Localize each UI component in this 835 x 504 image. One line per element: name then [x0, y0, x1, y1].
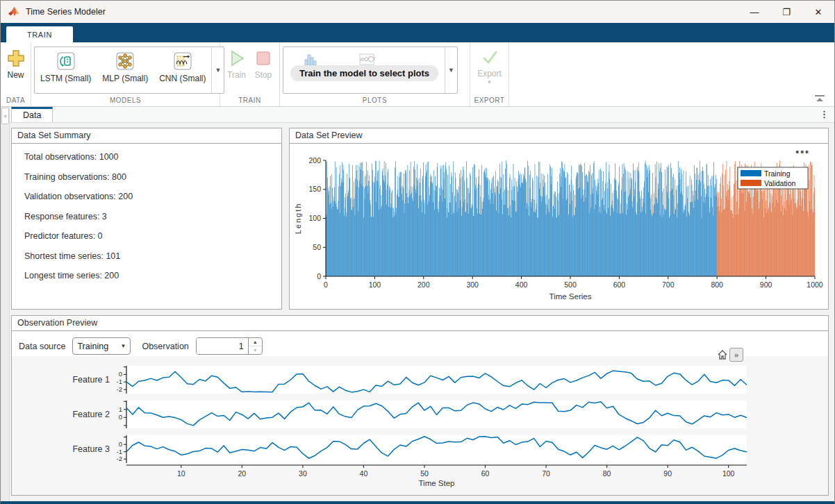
section-label-models: MODELS	[31, 95, 220, 106]
svg-text:20: 20	[238, 469, 246, 478]
window-title: Time Series Modeler	[26, 7, 106, 17]
svg-text:-1: -1	[117, 378, 122, 385]
model-item-label: MLP (Small)	[102, 74, 148, 83]
svg-text:30: 30	[299, 469, 307, 478]
svg-text:80: 80	[603, 469, 611, 478]
train-button-label: Train	[227, 70, 246, 80]
svg-text:1: 1	[119, 405, 122, 413]
observation-panel-title: Observation Preview	[12, 316, 828, 331]
svg-text:-1: -1	[117, 448, 122, 455]
svg-text:1000: 1000	[807, 280, 823, 289]
stop-button-label: Stop	[255, 70, 272, 80]
section-label-export: EXPORT	[470, 95, 509, 106]
svg-text:0: 0	[324, 280, 328, 289]
title-bar: Time Series Modeler — ❐ ✕	[1, 1, 834, 23]
svg-text:0: 0	[119, 413, 122, 421]
summary-item: Predictor features: 0	[24, 231, 281, 241]
model-item-label: CNN (Small)	[159, 74, 206, 83]
svg-text:600: 600	[613, 280, 626, 289]
data-set-summary-panel: Data Set Summary Total observations: 100…	[11, 128, 282, 310]
plots-gallery-dropdown[interactable]: ▼	[445, 47, 457, 93]
svg-text:Time Step: Time Step	[419, 479, 455, 487]
observation-label: Observation	[142, 342, 188, 351]
model-item-lstm[interactable]: LSTM (Small)	[35, 47, 97, 93]
section-label-plots: PLOTS	[280, 95, 470, 106]
matlab-logo-icon	[8, 6, 20, 18]
summary-item: Shortest time series: 101	[24, 251, 281, 261]
stop-button[interactable]: Stop	[250, 47, 276, 83]
new-button[interactable]: New	[3, 47, 29, 83]
svg-text:10: 10	[177, 469, 185, 478]
svg-text:-2: -2	[117, 385, 122, 393]
svg-text:300: 300	[466, 280, 479, 289]
svg-text:Feature 2: Feature 2	[72, 410, 110, 419]
observation-spinner: ▲ ▼	[196, 337, 263, 355]
svg-text:90: 90	[663, 469, 672, 478]
observation-preview-panel: Observation Preview Data source Training…	[11, 315, 829, 496]
ribbon-section-export: Export ▼ EXPORT	[470, 42, 509, 106]
svg-text:Time Series: Time Series	[549, 292, 592, 301]
minimize-button[interactable]: —	[738, 1, 770, 23]
svg-text:800: 800	[711, 280, 723, 289]
model-item-mlp[interactable]: MLP (Small)	[97, 47, 154, 93]
section-label-train: TRAIN	[220, 95, 279, 106]
section-label-data: DATA	[1, 95, 31, 106]
svg-text:50: 50	[420, 469, 429, 478]
svg-text:100: 100	[722, 469, 735, 478]
more-options-icon[interactable]: •••	[795, 146, 810, 158]
ribbon-section-models: LSTM (Small)	[31, 42, 220, 106]
features-chart: 0-1-2Feature 110Feature 20-1-2Feature 31…	[12, 356, 829, 488]
stop-icon	[254, 49, 272, 67]
svg-text:0: 0	[119, 440, 122, 448]
maximize-button[interactable]: ❐	[770, 1, 802, 23]
mlp-network-icon	[115, 51, 135, 71]
document-tab-strip: Data ⋮	[10, 107, 834, 123]
svg-text:200: 200	[308, 156, 321, 165]
chevron-down-icon: ▼	[487, 79, 493, 85]
panel-handle-icon[interactable]: ≡	[1, 108, 9, 124]
plus-icon	[7, 49, 25, 67]
svg-text:50: 50	[313, 243, 321, 251]
ribbon-section-plots: Histogram ▼ Train the model to select pl…	[280, 42, 470, 106]
collapse-ribbon-icon[interactable]	[815, 95, 825, 102]
checkmark-icon	[481, 49, 499, 66]
svg-text:700: 700	[662, 280, 675, 289]
close-button[interactable]: ✕	[802, 1, 834, 23]
svg-text:Feature 1: Feature 1	[72, 375, 110, 385]
svg-text:-2: -2	[117, 455, 122, 462]
svg-text:70: 70	[542, 469, 550, 478]
observation-input[interactable]	[197, 338, 248, 354]
spinner-up-icon[interactable]: ▲	[249, 338, 262, 346]
summary-item: Longest time series: 200	[24, 271, 281, 280]
data-source-dropdown[interactable]: Training ▼	[72, 337, 131, 355]
spinner-down-icon[interactable]: ▼	[249, 346, 262, 354]
summary-item: Total observations: 1000	[24, 152, 281, 162]
tab-train[interactable]: TRAIN	[6, 26, 73, 42]
observation-controls: Data source Training ▼ Observation ▲ ▼	[12, 331, 828, 356]
summary-item: Response features: 3	[24, 212, 281, 221]
ribbon-section-data: New DATA	[1, 42, 31, 106]
ribbon-toolbar: New DATA	[1, 42, 834, 107]
train-button[interactable]: Train	[223, 47, 250, 83]
kebab-menu-icon[interactable]: ⋮	[820, 109, 829, 119]
svg-text:60: 60	[481, 469, 490, 478]
export-button[interactable]: Export ▼	[473, 47, 506, 88]
svg-text:0: 0	[317, 272, 321, 280]
axes-toolbar: »	[716, 348, 743, 362]
home-icon[interactable]	[716, 348, 729, 362]
data-source-label: Data source	[19, 342, 65, 351]
svg-text:100: 100	[308, 214, 321, 222]
observation-figure: » 0-1-2Feature 110Feature 20-1-2Feature …	[12, 356, 828, 495]
preview-panel-title: Data Set Preview	[290, 128, 828, 144]
models-gallery: LSTM (Small)	[34, 47, 224, 94]
model-item-cnn[interactable]: CNN (Small)	[154, 47, 211, 93]
summary-item: Validation observations: 200	[24, 192, 281, 201]
dataset-preview-chart: 0501001502000100200300400500600700800900…	[290, 144, 832, 308]
svg-text:400: 400	[515, 280, 528, 289]
summary-item: Training observations: 800	[24, 172, 281, 182]
cnn-network-icon	[173, 51, 192, 71]
lstm-network-icon	[56, 51, 76, 71]
expand-toolbar-icon[interactable]: »	[729, 348, 743, 362]
tab-data[interactable]: Data	[11, 107, 53, 122]
svg-text:100: 100	[369, 280, 381, 289]
